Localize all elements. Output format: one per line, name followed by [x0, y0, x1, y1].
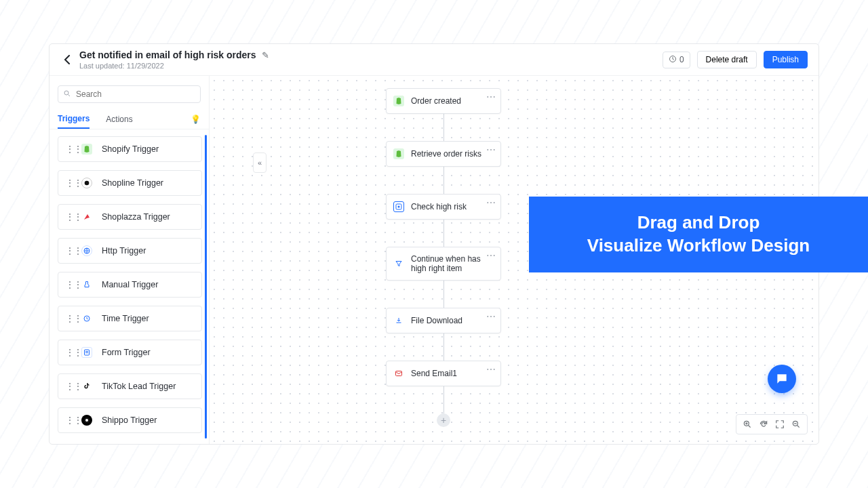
- publish-button[interactable]: Publish: [764, 51, 808, 68]
- promo-line2: Visualize Workflow Design: [545, 235, 852, 258]
- svg-point-7: [85, 419, 88, 422]
- shopify-icon: [393, 96, 404, 106]
- connector: [443, 114, 444, 141]
- node-label: Send Email1: [411, 369, 494, 378]
- svg-point-9: [398, 206, 400, 208]
- collapse-sidebar-button[interactable]: «: [253, 152, 267, 173]
- connector: [443, 333, 444, 361]
- node-label: Order created: [411, 96, 494, 106]
- drag-handle-icon[interactable]: ⋮⋮: [65, 211, 72, 222]
- drag-handle-icon[interactable]: ⋮⋮: [65, 245, 72, 256]
- workflow-node[interactable]: Retrieve order risks⋯: [386, 141, 501, 167]
- time-icon: [81, 313, 92, 324]
- trigger-item[interactable]: ⋮⋮Time Trigger: [58, 306, 202, 331]
- node-label: Retrieve order risks: [411, 149, 494, 159]
- search-input[interactable]: [58, 85, 201, 103]
- svg-point-2: [85, 181, 90, 186]
- trigger-label: Http Trigger: [102, 246, 146, 256]
- trigger-label: Shoplazza Trigger: [102, 212, 170, 222]
- node-label: Check high risk: [411, 202, 494, 211]
- workflow-node[interactable]: File Download⋯: [386, 308, 501, 333]
- drag-handle-icon[interactable]: ⋮⋮: [65, 144, 72, 155]
- svg-point-1: [64, 91, 68, 95]
- trigger-item[interactable]: ⋮⋮TikTok Lead Trigger: [58, 373, 202, 399]
- trigger-label: Time Trigger: [102, 314, 149, 323]
- add-node-button[interactable]: +: [437, 413, 450, 427]
- trigger-item[interactable]: ⋮⋮Http Trigger: [58, 238, 202, 264]
- history-button[interactable]: 0: [663, 52, 690, 68]
- shoplazza-icon: [81, 211, 92, 222]
- trigger-item[interactable]: ⋮⋮Shopify Trigger: [58, 136, 202, 162]
- trigger-item[interactable]: ⋮⋮Shopline Trigger: [58, 170, 202, 196]
- tiktok-icon: [81, 381, 92, 392]
- refresh-icon[interactable]: [757, 418, 770, 431]
- chat-fab[interactable]: [768, 365, 796, 393]
- zoom-in-icon[interactable]: [741, 418, 754, 431]
- node-more-icon[interactable]: ⋯: [486, 197, 496, 208]
- search-icon: [63, 89, 71, 100]
- promo-line1: Drag and Drop: [545, 211, 852, 235]
- shippo-icon: [81, 415, 92, 426]
- drag-handle-icon[interactable]: ⋮⋮: [65, 313, 72, 324]
- node-more-icon[interactable]: ⋯: [486, 250, 496, 261]
- shopify-icon: [81, 144, 92, 155]
- canvas-tools: [736, 414, 808, 434]
- trigger-label: Shopify Trigger: [102, 144, 159, 154]
- zoom-out-icon[interactable]: [789, 418, 803, 431]
- promo-banner: Drag and Drop Visualize Workflow Design: [529, 197, 868, 272]
- edit-title-icon[interactable]: ✎: [262, 50, 269, 60]
- node-more-icon[interactable]: ⋯: [486, 311, 496, 322]
- trigger-item[interactable]: ⋮⋮Shippo Trigger: [58, 407, 202, 433]
- last-updated: Last updated: 11/29/2022: [79, 62, 657, 70]
- connector: [443, 167, 444, 194]
- trigger-item[interactable]: ⋮⋮Form Trigger: [58, 340, 202, 365]
- delete-draft-button[interactable]: Delete draft: [697, 51, 757, 68]
- node-more-icon[interactable]: ⋯: [486, 92, 496, 102]
- history-count: 0: [679, 55, 684, 64]
- trigger-list: ⋮⋮Shopify Trigger⋮⋮Shopline Trigger⋮⋮Sho…: [50, 129, 209, 444]
- node-more-icon[interactable]: ⋯: [486, 144, 496, 155]
- trigger-item[interactable]: ⋮⋮Manual Trigger: [58, 272, 202, 298]
- connector: [443, 386, 444, 413]
- trigger-label: Form Trigger: [102, 348, 151, 357]
- page-title: Get notified in email of high risk order…: [79, 49, 256, 60]
- sidebar: Triggers Actions 💡 ⋮⋮Shopify Trigger⋮⋮Sh…: [50, 76, 210, 444]
- tab-actions[interactable]: Actions: [106, 110, 132, 128]
- node-label: Continue when has high right item: [411, 254, 494, 273]
- check-icon: [393, 201, 404, 212]
- fit-icon[interactable]: [773, 418, 787, 431]
- trigger-label: Shopline Trigger: [102, 178, 163, 188]
- trigger-label: Shippo Trigger: [102, 415, 157, 425]
- connector: [443, 281, 444, 308]
- drag-handle-icon[interactable]: ⋮⋮: [65, 381, 72, 392]
- workflow-node[interactable]: Continue when has high right item⋯: [386, 247, 501, 281]
- clock-icon: [669, 55, 677, 65]
- drag-handle-icon[interactable]: ⋮⋮: [65, 347, 72, 358]
- mail-icon: [393, 368, 404, 379]
- drag-handle-icon[interactable]: ⋮⋮: [65, 178, 72, 188]
- shopline-icon: [81, 178, 92, 188]
- drag-handle-icon[interactable]: ⋮⋮: [65, 415, 72, 426]
- drag-handle-icon[interactable]: ⋮⋮: [65, 279, 72, 290]
- manual-icon: [81, 279, 92, 290]
- trigger-label: Manual Trigger: [102, 280, 158, 289]
- trigger-label: TikTok Lead Trigger: [102, 382, 176, 391]
- node-more-icon[interactable]: ⋯: [486, 364, 496, 375]
- form-icon: [81, 347, 92, 358]
- lightbulb-icon[interactable]: 💡: [191, 115, 201, 124]
- download-icon: [393, 315, 404, 326]
- trigger-item[interactable]: ⋮⋮Shoplazza Trigger: [58, 204, 202, 230]
- workflow-node[interactable]: Send Email1⋯: [386, 361, 501, 386]
- tab-triggers[interactable]: Triggers: [58, 110, 90, 129]
- back-button[interactable]: [60, 53, 74, 66]
- connector: [443, 220, 444, 247]
- filter-icon: [393, 258, 404, 269]
- http-icon: [81, 245, 92, 256]
- workflow-node[interactable]: Check high risk⋯: [386, 194, 501, 220]
- workflow-node[interactable]: Order created⋯: [386, 88, 501, 114]
- node-label: File Download: [411, 316, 494, 325]
- shopify-icon: [393, 148, 404, 159]
- topbar: Get notified in email of high risk order…: [50, 44, 818, 76]
